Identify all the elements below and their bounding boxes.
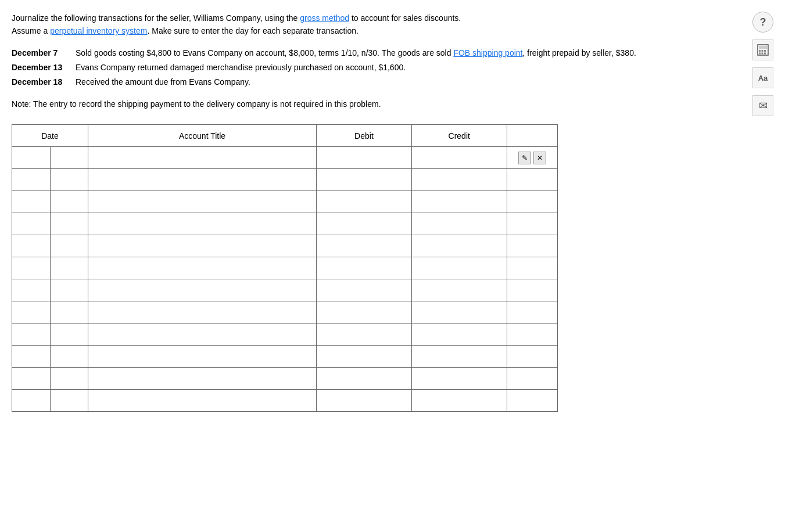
date-day-cell[interactable] bbox=[50, 257, 88, 279]
date-day-cell[interactable] bbox=[50, 191, 88, 213]
transaction-dec13-date: December 13 bbox=[12, 62, 76, 74]
account-title-cell[interactable] bbox=[88, 346, 317, 368]
date-month-cell[interactable] bbox=[12, 169, 51, 191]
calculator-button[interactable] bbox=[752, 39, 773, 60]
transaction-dec7-date: December 7 bbox=[12, 47, 76, 59]
credit-cell[interactable] bbox=[411, 390, 507, 412]
actions-cell bbox=[507, 169, 557, 191]
table-row bbox=[12, 257, 558, 279]
credit-cell[interactable] bbox=[411, 301, 507, 323]
credit-cell[interactable] bbox=[411, 368, 507, 390]
actions-cell bbox=[507, 213, 557, 235]
actions-cell bbox=[507, 390, 557, 412]
date-month-cell[interactable] bbox=[12, 323, 51, 346]
svg-rect-5 bbox=[759, 53, 761, 55]
date-day-cell[interactable] bbox=[50, 169, 88, 191]
credit-cell[interactable] bbox=[411, 169, 507, 191]
svg-rect-4 bbox=[764, 50, 766, 52]
date-day-cell[interactable] bbox=[50, 346, 88, 368]
account-title-cell[interactable] bbox=[88, 191, 317, 213]
date-day-cell[interactable] bbox=[50, 390, 88, 412]
debit-cell[interactable] bbox=[317, 169, 412, 191]
account-title-cell[interactable] bbox=[88, 169, 317, 191]
debit-cell[interactable] bbox=[317, 346, 412, 368]
account-title-cell[interactable] bbox=[88, 301, 317, 323]
date-month-cell[interactable] bbox=[12, 235, 51, 257]
account-title-cell[interactable] bbox=[88, 390, 317, 412]
account-title-cell[interactable] bbox=[88, 279, 317, 301]
debit-cell[interactable] bbox=[317, 147, 412, 169]
debit-cell[interactable] bbox=[317, 279, 412, 301]
date-month-cell[interactable] bbox=[12, 301, 51, 323]
credit-cell[interactable] bbox=[411, 346, 507, 368]
credit-cell[interactable] bbox=[411, 191, 507, 213]
help-button[interactable]: ? bbox=[752, 12, 773, 33]
gross-method-link[interactable]: gross method bbox=[300, 13, 349, 23]
text-size-button[interactable]: Aa bbox=[752, 67, 773, 88]
account-title-cell[interactable] bbox=[88, 257, 317, 279]
credit-cell[interactable] bbox=[411, 147, 507, 169]
date-month-cell[interactable] bbox=[12, 279, 51, 301]
debit-header: Debit bbox=[317, 125, 412, 147]
delete-icon[interactable]: ✕ bbox=[533, 152, 546, 164]
actions-cell bbox=[507, 346, 557, 368]
credit-cell[interactable] bbox=[411, 279, 507, 301]
date-day-cell[interactable] bbox=[50, 147, 88, 169]
date-day-cell[interactable] bbox=[50, 213, 88, 235]
account-title-cell[interactable] bbox=[88, 147, 317, 169]
date-day-cell[interactable] bbox=[50, 279, 88, 301]
debit-cell[interactable] bbox=[317, 368, 412, 390]
perpetual-inventory-link[interactable]: perpetual inventory system bbox=[50, 26, 147, 35]
credit-cell[interactable] bbox=[411, 257, 507, 279]
table-row bbox=[12, 235, 558, 257]
actions-cell bbox=[507, 257, 557, 279]
date-day-cell[interactable] bbox=[50, 323, 88, 346]
calculator-icon bbox=[757, 44, 769, 56]
account-title-cell[interactable] bbox=[88, 213, 317, 235]
debit-cell[interactable] bbox=[317, 301, 412, 323]
account-title-cell[interactable] bbox=[88, 235, 317, 257]
date-month-cell[interactable] bbox=[12, 346, 51, 368]
table-row bbox=[12, 390, 558, 412]
date-day-cell[interactable] bbox=[50, 368, 88, 390]
journal-table: Date Account Title Debit Credit ✎ bbox=[12, 124, 558, 412]
transaction-dec13: December 13 Evans Company returned damag… bbox=[12, 62, 697, 74]
debit-cell[interactable] bbox=[317, 323, 412, 346]
svg-rect-2 bbox=[759, 50, 761, 52]
fob-shipping-link[interactable]: FOB shipping point bbox=[453, 48, 522, 57]
date-month-cell[interactable] bbox=[12, 257, 51, 279]
date-month-cell[interactable] bbox=[12, 191, 51, 213]
date-day-cell[interactable] bbox=[50, 235, 88, 257]
actions-cell bbox=[507, 323, 557, 346]
credit-cell[interactable] bbox=[411, 235, 507, 257]
actions-cell bbox=[507, 368, 557, 390]
svg-rect-7 bbox=[764, 53, 766, 55]
date-month-cell[interactable] bbox=[12, 147, 51, 169]
account-title-cell[interactable] bbox=[88, 368, 317, 390]
actions-header bbox=[507, 125, 557, 147]
intro-text-1: Journalize the following transactions fo… bbox=[12, 13, 300, 23]
mail-button[interactable]: ✉ bbox=[752, 95, 773, 116]
credit-cell[interactable] bbox=[411, 213, 507, 235]
debit-cell[interactable] bbox=[317, 213, 412, 235]
actions-cell bbox=[507, 279, 557, 301]
date-month-cell[interactable] bbox=[12, 368, 51, 390]
debit-cell[interactable] bbox=[317, 257, 412, 279]
svg-rect-6 bbox=[762, 53, 764, 55]
debit-cell[interactable] bbox=[317, 390, 412, 412]
edit-icon[interactable]: ✎ bbox=[518, 152, 531, 164]
table-row bbox=[12, 279, 558, 301]
table-row bbox=[12, 346, 558, 368]
account-title-cell[interactable] bbox=[88, 323, 317, 346]
date-month-cell[interactable] bbox=[12, 390, 51, 412]
transactions-list: December 7 Sold goods costing $4,800 to … bbox=[12, 47, 697, 88]
credit-header: Credit bbox=[411, 125, 507, 147]
date-month-cell[interactable] bbox=[12, 213, 51, 235]
credit-cell[interactable] bbox=[411, 323, 507, 346]
debit-cell[interactable] bbox=[317, 235, 412, 257]
debit-cell[interactable] bbox=[317, 191, 412, 213]
transaction-dec7-desc: Sold goods costing $4,800 to Evans Compa… bbox=[76, 47, 697, 59]
date-day-cell[interactable] bbox=[50, 301, 88, 323]
transaction-dec18-desc: Received the amount due from Evans Compa… bbox=[76, 76, 697, 88]
transaction-dec13-desc: Evans Company returned damaged merchandi… bbox=[76, 62, 697, 74]
